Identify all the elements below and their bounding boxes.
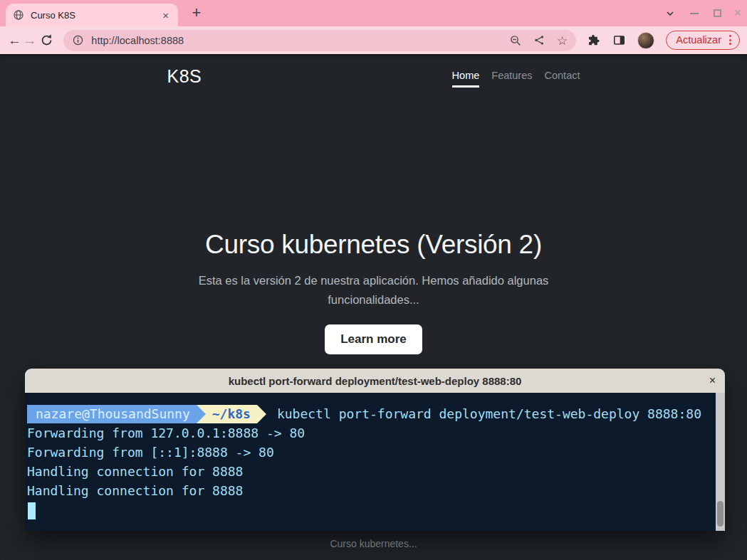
- terminal-output-line: Forwarding from [::1]:8888 -> 80: [27, 443, 709, 462]
- tab-close-icon[interactable]: ×: [160, 9, 171, 21]
- powerline-arrow-icon: [257, 405, 266, 423]
- bookmark-star-icon[interactable]: ☆: [557, 33, 568, 48]
- page-footer-text: Curso kubernetes...: [0, 538, 747, 549]
- url-text[interactable]: http://localhost:8888: [91, 35, 498, 46]
- browser-update-button[interactable]: Actualizar: [666, 31, 740, 50]
- terminal-output-line: Handling connection for 8888: [27, 481, 709, 500]
- browser-tab[interactable]: Curso K8S ×: [6, 4, 178, 26]
- globe-favicon-icon: [13, 9, 24, 21]
- update-button-label: Actualizar: [676, 34, 721, 46]
- nav-link-home[interactable]: Home: [452, 70, 480, 88]
- share-icon[interactable]: [533, 34, 545, 46]
- window-menu-chevron-icon[interactable]: [664, 0, 676, 26]
- back-button[interactable]: ←: [7, 33, 22, 48]
- nav-link-contact[interactable]: Contact: [545, 70, 580, 85]
- terminal-scrollbar-thumb[interactable]: [717, 501, 724, 527]
- hero-subtitle: Esta es la versión 2 de nuestra aplicaci…: [189, 271, 559, 309]
- browser-menu-kebab-icon[interactable]: [728, 34, 733, 46]
- window-maximize-button[interactable]: [714, 0, 721, 26]
- window-close-button[interactable]: ×: [733, 0, 741, 26]
- terminal-command: kubectl port-forward deployment/test-web…: [277, 404, 701, 423]
- browser-titlebar: Curso K8S × + ×: [0, 0, 747, 26]
- learn-more-button[interactable]: Learn more: [325, 324, 422, 354]
- reload-button[interactable]: [40, 33, 53, 47]
- hero-section: Curso kubernetes (Versión 2) Esta es la …: [167, 230, 580, 354]
- url-bar[interactable]: http://localhost:8888 ☆: [63, 30, 576, 51]
- terminal-close-button[interactable]: ×: [709, 374, 716, 387]
- new-tab-button[interactable]: +: [187, 3, 207, 23]
- browser-toolbar: ← → http://localhost:8888: [0, 26, 747, 54]
- nav-link-features[interactable]: Features: [491, 70, 532, 85]
- zoom-out-icon[interactable]: [509, 34, 522, 47]
- terminal-prompt-line: nazare@ThousandSunny ~/k8s kubectl port-…: [27, 404, 709, 423]
- terminal-titlebar[interactable]: kubectl port-forward deployment/test-web…: [25, 369, 725, 393]
- powerline-arrow-icon: [197, 405, 206, 423]
- tab-title: Curso K8S: [31, 10, 160, 21]
- site-brand[interactable]: K8S: [167, 66, 202, 87]
- terminal-window: kubectl port-forward deployment/test-web…: [25, 369, 725, 531]
- terminal-cursor: [28, 502, 36, 519]
- prompt-user-segment: nazare@ThousandSunny: [27, 405, 197, 423]
- prompt-path-segment: ~/k8s: [206, 405, 257, 423]
- site-nav: Home Features Contact: [452, 65, 580, 88]
- extensions-puzzle-icon[interactable]: [587, 33, 601, 47]
- profile-avatar[interactable]: [637, 32, 654, 49]
- terminal-output-line: Handling connection for 8888: [27, 462, 709, 481]
- forward-button[interactable]: →: [22, 33, 37, 48]
- terminal-output-line: Forwarding from 127.0.0.1:8888 -> 80: [27, 423, 709, 443]
- page-title: Curso kubernetes (Versión 2): [167, 230, 580, 260]
- side-panel-icon[interactable]: [612, 33, 626, 47]
- page-info-icon[interactable]: [72, 34, 84, 46]
- terminal-scrollbar[interactable]: [716, 393, 725, 531]
- terminal-body[interactable]: nazare@ThousandSunny ~/k8s kubectl port-…: [25, 393, 725, 531]
- terminal-title: kubectl port-forward deployment/test-web…: [229, 375, 522, 387]
- window-minimize-button[interactable]: [690, 0, 699, 26]
- site-header: K8S Home Features Contact: [167, 54, 580, 88]
